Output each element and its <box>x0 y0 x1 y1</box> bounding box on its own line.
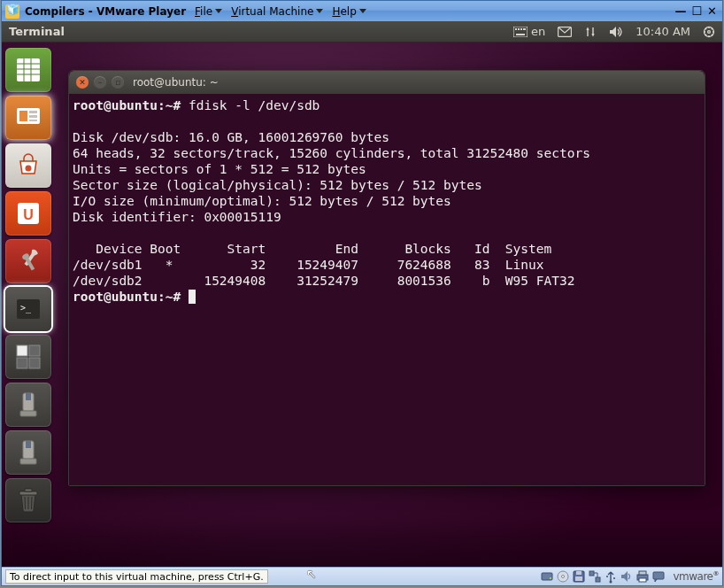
close-button[interactable]: ✕ <box>707 4 717 18</box>
svg-rect-5 <box>516 34 525 35</box>
svg-rect-26 <box>29 115 37 118</box>
launcher-trash[interactable] <box>5 478 51 522</box>
status-hdd-icon[interactable] <box>540 569 554 584</box>
svg-line-48 <box>25 497 26 509</box>
svg-line-50 <box>32 497 33 509</box>
dropdown-icon <box>316 9 323 13</box>
vmware-statusbar: To direct input to this virtual machine,… <box>2 567 722 585</box>
vmware-logo: vmware® <box>673 570 719 583</box>
vmware-menu-help[interactable]: Help <box>332 5 366 18</box>
vmware-titlebar[interactable]: Compilers - VMware Player File Virtual M… <box>2 1 722 21</box>
vmware-menubar: File Virtual Machine Help <box>195 5 366 18</box>
terminal-output[interactable]: root@ubuntu:~# fdisk -l /dev/sdb Disk /d… <box>69 94 705 485</box>
launcher-removable-drive-2[interactable] <box>5 430 51 475</box>
launcher-libreoffice-calc[interactable] <box>5 48 51 92</box>
svg-rect-1 <box>515 28 517 30</box>
svg-point-8 <box>708 30 711 33</box>
mouse-cursor-icon: ↖ <box>306 567 317 581</box>
unity-launcher: U>_ <box>5 48 55 522</box>
svg-rect-4 <box>523 28 526 30</box>
svg-rect-58 <box>589 571 594 576</box>
mail-indicator-icon[interactable] <box>558 27 572 37</box>
launcher-terminal[interactable]: >_ <box>5 287 51 331</box>
svg-rect-36 <box>17 345 27 356</box>
svg-rect-17 <box>17 58 40 81</box>
status-floppy-icon[interactable] <box>572 569 586 584</box>
vmware-app-icon <box>5 4 19 19</box>
svg-point-28 <box>26 166 32 172</box>
keyboard-indicator[interactable]: en <box>513 25 545 38</box>
wallpaper-shadow <box>2 518 722 567</box>
svg-rect-38 <box>17 358 27 368</box>
svg-rect-42 <box>20 411 36 416</box>
terminal-title: root@ubuntu: ~ <box>133 76 219 89</box>
svg-rect-0 <box>513 27 528 37</box>
svg-point-60 <box>610 581 612 584</box>
status-network-icon[interactable] <box>588 569 602 584</box>
svg-rect-46 <box>19 491 37 495</box>
dropdown-icon <box>215 9 222 13</box>
vmware-menu-virtual-machine[interactable]: Virtual Machine <box>231 5 323 18</box>
guest-display[interactable]: Terminal en 10:40 AM U>_ ✕ – ▫ root@ubun… <box>2 21 722 567</box>
clock[interactable]: 10:40 AM <box>635 25 690 38</box>
svg-rect-3 <box>520 28 522 30</box>
svg-rect-24 <box>19 111 27 121</box>
vmware-menu-file[interactable]: File <box>195 5 222 18</box>
svg-text:>_: >_ <box>20 303 32 313</box>
svg-rect-47 <box>25 489 32 491</box>
svg-rect-27 <box>29 120 37 121</box>
svg-rect-37 <box>29 345 40 356</box>
terminal-titlebar[interactable]: ✕ – ▫ root@ubuntu: ~ <box>69 71 705 94</box>
status-usb-icon[interactable] <box>604 569 618 584</box>
terminal-minimize-button[interactable]: – <box>94 76 106 89</box>
network-indicator-icon[interactable] <box>584 26 597 38</box>
svg-rect-41 <box>26 393 31 400</box>
sound-indicator-icon[interactable] <box>609 26 623 38</box>
svg-rect-56 <box>576 571 582 575</box>
status-sound-icon[interactable] <box>620 569 634 584</box>
svg-rect-57 <box>575 576 582 581</box>
status-hint: To direct input to this virtual machine,… <box>5 569 268 584</box>
svg-text:U: U <box>23 207 34 222</box>
svg-rect-62 <box>639 571 646 575</box>
svg-point-54 <box>562 576 565 578</box>
indicator-area: en 10:40 AM <box>513 25 715 38</box>
svg-rect-63 <box>639 578 646 582</box>
svg-rect-2 <box>518 28 520 30</box>
svg-rect-39 <box>29 358 40 368</box>
svg-rect-44 <box>26 441 31 448</box>
status-printer-icon[interactable] <box>635 569 650 584</box>
launcher-system-settings[interactable] <box>5 239 51 283</box>
status-cd-icon[interactable] <box>556 569 570 584</box>
vmware-window-controls: — ☐ ✕ <box>674 4 717 18</box>
session-indicator-icon[interactable] <box>703 26 715 38</box>
svg-rect-64 <box>653 572 664 579</box>
svg-rect-59 <box>596 577 600 582</box>
vmware-player-window: Compilers - VMware Player File Virtual M… <box>1 0 723 586</box>
terminal-maximize-button[interactable]: ▫ <box>112 76 124 89</box>
launcher-removable-drive-1[interactable] <box>5 383 51 427</box>
minimize-button[interactable]: — <box>674 4 686 18</box>
dropdown-icon <box>359 9 366 13</box>
launcher-libreoffice-impress[interactable] <box>5 96 51 140</box>
status-message-icon[interactable] <box>651 569 666 584</box>
svg-rect-45 <box>20 459 36 464</box>
keyboard-lang-label: en <box>531 25 545 38</box>
ubuntu-top-panel: Terminal en 10:40 AM <box>2 21 722 43</box>
launcher-workspace-switcher[interactable] <box>5 335 51 379</box>
terminal-window[interactable]: ✕ – ▫ root@ubuntu: ~ root@ubuntu:~# fdis… <box>68 70 705 486</box>
svg-rect-25 <box>29 111 37 113</box>
launcher-ubuntu-one[interactable]: U <box>5 191 51 236</box>
launcher-software-center[interactable] <box>5 143 51 188</box>
terminal-close-button[interactable]: ✕ <box>76 76 89 89</box>
maximize-button[interactable]: ☐ <box>691 4 702 18</box>
active-app-title: Terminal <box>9 25 65 38</box>
svg-point-52 <box>550 577 551 579</box>
vmware-window-title: Compilers - VMware Player <box>25 5 186 18</box>
